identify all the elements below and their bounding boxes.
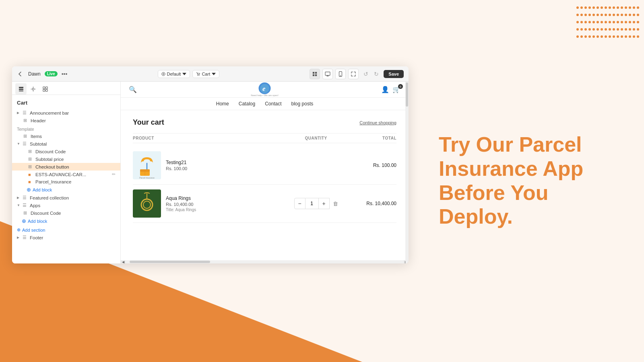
account-icon[interactable]: 👤 bbox=[381, 86, 389, 93]
svg-text:e: e bbox=[262, 84, 266, 92]
desktop-view-button[interactable] bbox=[322, 69, 333, 79]
svg-point-1 bbox=[198, 75, 198, 75]
grid-view-button[interactable] bbox=[310, 69, 320, 79]
continue-shopping-link[interactable]: Continue shopping bbox=[359, 120, 396, 125]
svg-rect-7 bbox=[325, 72, 330, 75]
topbar-right: ↺ ↻ Save bbox=[310, 69, 404, 79]
sidebar-item-apps[interactable]: ▼ ☰ Apps bbox=[12, 202, 120, 209]
quantity-decrease-button[interactable]: − bbox=[294, 198, 305, 209]
list-icon: ☰ bbox=[23, 141, 28, 146]
mobile-view-button[interactable] bbox=[335, 69, 346, 79]
promo-line4: Deploy. bbox=[439, 205, 513, 228]
store-preview: 🔍 e Need help • We are open! bbox=[121, 82, 409, 263]
dot-pattern bbox=[576, 4, 640, 36]
redo-button[interactable]: ↻ bbox=[372, 69, 381, 79]
undo-button[interactable]: ↺ bbox=[361, 69, 371, 79]
more-options-button[interactable]: ••• bbox=[62, 71, 68, 77]
preview-area: 🔍 e Need help • We are open! bbox=[121, 82, 409, 263]
sidebar-content: Cart ▶ ☰ Announcement bar ⊞ Header Templ… bbox=[12, 95, 120, 263]
plus-icon: ⊕ bbox=[17, 227, 21, 232]
svg-rect-4 bbox=[315, 72, 317, 73]
search-icon[interactable]: 🔍 bbox=[129, 86, 137, 93]
add-block-apps-label: Add block bbox=[28, 219, 47, 224]
svg-point-2 bbox=[199, 75, 199, 75]
scrollbar-thumb[interactable] bbox=[130, 261, 210, 263]
sidebar-item-announcement-bar[interactable]: ▶ ☰ Announcement bar bbox=[12, 109, 120, 117]
nav-contact[interactable]: Contact bbox=[265, 101, 281, 107]
add-block-apps-button[interactable]: ⊕ Add block bbox=[12, 217, 120, 225]
logo-tagline: Need help • We are open! bbox=[251, 94, 279, 97]
topbar: Dawn Live ••• Default Cart bbox=[12, 66, 409, 82]
sidebar-item-items[interactable]: ⊞ Items bbox=[12, 132, 120, 140]
cart-item-price-2: Rs. 10,400.00 bbox=[166, 202, 196, 207]
cart-item-price-1: Rs. 100.00 bbox=[166, 166, 187, 171]
cart-icon-wrapper[interactable]: 🛒6 bbox=[392, 86, 400, 93]
quantity-header: QUANTITY bbox=[276, 136, 356, 140]
subtotal-price-label: Subtotal price bbox=[35, 157, 64, 162]
horizontal-scrollbar[interactable]: ◀ ▶ bbox=[121, 260, 409, 263]
list-icon: ☰ bbox=[23, 195, 28, 200]
store-header: 🔍 e Need help • We are open! bbox=[121, 82, 409, 98]
nav-catalog[interactable]: Catalog bbox=[239, 101, 255, 107]
plus-icon: ⊕ bbox=[27, 187, 31, 193]
featured-collection-label: Featured collection bbox=[30, 195, 69, 200]
list-icon: ☰ bbox=[23, 110, 28, 115]
grid-icon: ⊞ bbox=[23, 118, 29, 123]
sidebar-item-discount-code[interactable]: ⊞ Discount Code bbox=[12, 148, 120, 155]
promo-line1: Try Our Parcel bbox=[439, 133, 582, 156]
cart-item-name-2: Aqua Rings bbox=[166, 195, 196, 201]
grid-icon: ⊞ bbox=[28, 156, 34, 162]
product-image-1: Parcel Insurance bbox=[133, 151, 161, 179]
sidebar-item-checkout-button[interactable]: ⊞ Checkout button bbox=[12, 163, 120, 171]
sidebar-tab-settings[interactable] bbox=[27, 83, 39, 95]
nav-blog[interactable]: blog posts bbox=[291, 101, 314, 107]
add-section-button[interactable]: ⊕ Add section bbox=[12, 226, 120, 234]
quantity-increase-button[interactable]: + bbox=[318, 198, 330, 209]
sidebar-item-ests[interactable]: ■ ESTS-ADVANCE-CAR... ✏ bbox=[12, 171, 120, 178]
default-dropdown[interactable]: Default bbox=[158, 70, 190, 78]
cart-item: Aqua Rings Rs. 10,400.00 Title: Aqua Rin… bbox=[133, 185, 396, 223]
sidebar-item-subtotal[interactable]: ▼ ☰ Subtotal bbox=[12, 140, 120, 148]
sidebar-item-header[interactable]: ⊞ Header bbox=[12, 117, 120, 124]
sidebar-tab-apps[interactable] bbox=[39, 83, 51, 95]
tag-icon: ⊞ bbox=[28, 149, 34, 154]
promo-line3: Before You bbox=[439, 181, 549, 204]
cart-item-qty-2: − 1 + 🗑 bbox=[276, 198, 356, 209]
sidebar-item-apps-discount-code[interactable]: ⊞ Discount Code bbox=[12, 209, 120, 217]
store-icons: 👤 🛒6 bbox=[381, 86, 400, 93]
logo-circle: e bbox=[259, 82, 271, 94]
grid-icon: ⊞ bbox=[28, 164, 34, 169]
add-block-subtotal-button[interactable]: ⊕ Add block bbox=[12, 185, 120, 194]
sidebar-item-subtotal-price[interactable]: ⊞ Subtotal price bbox=[12, 155, 120, 163]
sidebar-item-featured-collection[interactable]: ▶ ☰ Featured collection bbox=[12, 194, 120, 202]
footer-label: Footer bbox=[30, 235, 43, 240]
cart-header-row: Your cart Continue shopping bbox=[133, 118, 396, 127]
svg-rect-17 bbox=[45, 89, 47, 91]
subtotal-label: Subtotal bbox=[30, 142, 47, 146]
expand-button[interactable] bbox=[348, 69, 359, 79]
parcel-insurance-label: Parcel_Insurance bbox=[35, 179, 72, 184]
discount-code-label: Discount Code bbox=[35, 149, 66, 154]
apps-discount-code-label: Discount Code bbox=[31, 211, 61, 216]
nav-home[interactable]: Home bbox=[216, 101, 229, 107]
main-layout: Cart ▶ ☰ Announcement bar ⊞ Header Templ… bbox=[12, 82, 409, 263]
add-section-label: Add section bbox=[22, 228, 45, 232]
save-button[interactable]: Save bbox=[384, 70, 404, 78]
apps-label: Apps bbox=[30, 203, 40, 208]
sidebar-tab-sections[interactable] bbox=[15, 83, 27, 95]
vertical-scrollbar[interactable] bbox=[405, 82, 409, 263]
cart-item: Parcel Insurance Testing21 Rs. 100.00 Rs bbox=[133, 146, 396, 185]
delete-item-button[interactable]: 🗑 bbox=[333, 201, 338, 207]
undo-redo-buttons: ↺ ↻ bbox=[361, 69, 381, 79]
cart-dropdown[interactable]: Cart bbox=[192, 70, 219, 78]
svg-text:Parcel Insurance: Parcel Insurance bbox=[139, 177, 155, 179]
scrollbar-thumb[interactable] bbox=[406, 82, 408, 107]
live-badge: Live bbox=[45, 71, 58, 76]
sidebar-item-footer[interactable]: ▶ ☰ Footer bbox=[12, 234, 120, 241]
ests-label: ESTS-ADVANCE-CAR... bbox=[35, 172, 86, 177]
scroll-left-button[interactable]: ◀ bbox=[121, 260, 126, 263]
caret-icon: ▼ bbox=[17, 142, 21, 146]
back-button[interactable] bbox=[17, 70, 24, 78]
sidebar-item-parcel-insurance[interactable]: ■ Parcel_Insurance bbox=[12, 178, 120, 185]
edit-icon[interactable]: ✏ bbox=[112, 172, 116, 177]
